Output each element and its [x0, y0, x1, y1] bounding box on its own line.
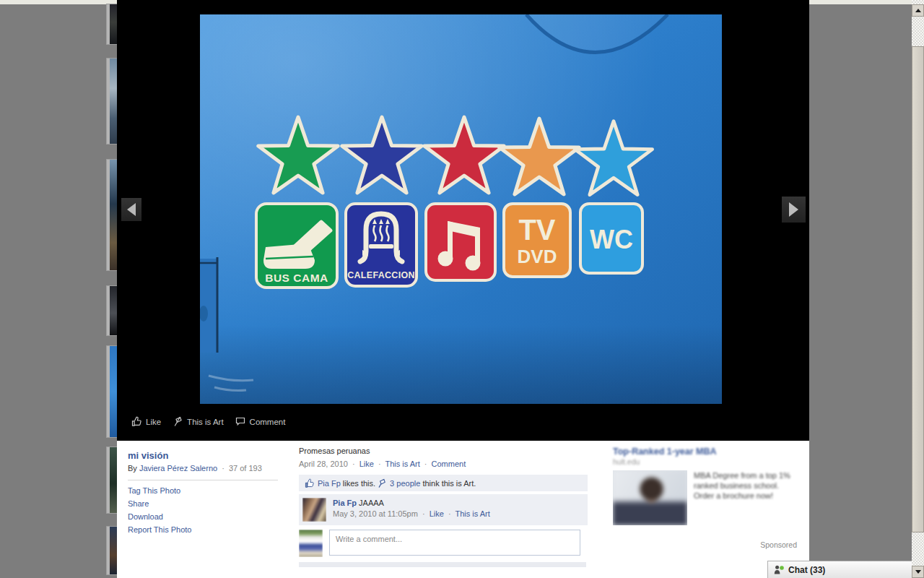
photo-date: April 28, 2010 [299, 460, 348, 468]
facebook-photo-page: BUS CAMA [0, 0, 924, 578]
photo-image[interactable]: BUS CAMA [200, 14, 722, 404]
comment-body: Pia Fp JAAAA May 3, 2010 at 11:05pm · Li… [333, 498, 490, 522]
badge-calefaccion-label: CALEFACCION [347, 270, 415, 280]
like-label: Like [146, 418, 161, 426]
panel-hinge [200, 257, 217, 353]
badge-calefaccion: CALEFACCION [346, 204, 417, 286]
separator-dot: · [422, 509, 425, 518]
art-count-link[interactable]: 3 people [390, 479, 420, 488]
arrow-left-icon [127, 203, 136, 216]
scroll-down-button[interactable] [912, 566, 924, 578]
comment-bubble-icon [235, 416, 246, 427]
album-info-column: mi visión By Javiera Pérez Salerno · 37 … [128, 450, 283, 539]
thumb-up-icon [305, 478, 315, 488]
photo-details-column: Promesas peruanas April 28, 2010 · Like … [299, 447, 588, 567]
comment-item: Pia Fp JAAAA May 3, 2010 at 11:05pm · Li… [299, 494, 588, 525]
ad-title-link[interactable]: Top-Ranked 1-year MBA [613, 447, 717, 457]
photo-viewer: BUS CAMA [117, 0, 809, 441]
photo-position: 37 of 193 [229, 464, 262, 473]
photo-links: Tag This Photo Share Download Report Thi… [128, 487, 283, 534]
like-button[interactable]: Like [131, 416, 161, 427]
feedback-summary: Pia Fp likes this. 3 people think this i… [299, 475, 588, 491]
art-flag-icon [377, 478, 387, 488]
comment-this-is-art-link[interactable]: This is Art [455, 509, 489, 518]
scrollbar-thumb[interactable] [912, 46, 924, 532]
comment-meta: May 3, 2010 at 11:05pm · Like · This is … [333, 509, 490, 519]
badge-tv-dvd: TV DVD [504, 204, 570, 277]
triangle-down-icon [915, 570, 921, 574]
badge-wc: WC [580, 204, 642, 273]
owner-link[interactable]: Javiera Pérez Salerno [139, 464, 217, 473]
ad-body-text: MBA Degree from a top 1% ranked business… [694, 470, 796, 525]
comment-composer [299, 530, 588, 557]
viewer-avatar [299, 530, 323, 557]
ad-image[interactable] [613, 470, 687, 525]
comment-like-link[interactable]: Like [430, 509, 444, 518]
chat-label: Chat (33) [788, 565, 825, 575]
comment-timestamp: May 3, 2010 at 11:05pm [333, 509, 418, 518]
meta-comment-link[interactable]: Comment [432, 460, 466, 468]
likes-suffix: likes this. [343, 479, 375, 488]
photo-action-bar: Like This is Art Comment [131, 416, 285, 427]
this-is-art-button[interactable]: This is Art [173, 416, 223, 427]
byline-prefix: By [128, 464, 137, 473]
ad-content: MBA Degree from a top 1% ranked business… [613, 470, 798, 525]
badge-music [426, 204, 495, 280]
download-link[interactable]: Download [128, 512, 163, 521]
page-scrollbar[interactable] [912, 0, 924, 578]
separator-dot: · [352, 460, 355, 468]
tag-this-photo-link[interactable]: Tag This Photo [128, 486, 180, 495]
arrow-right-icon [789, 202, 798, 217]
comment-section-footer [299, 562, 586, 567]
photo-info-panel: mi visión By Javiera Pérez Salerno · 37 … [117, 441, 809, 578]
photo-meta-line: April 28, 2010 · Like · This is Art · Co… [299, 460, 588, 468]
commenter-avatar[interactable] [302, 498, 326, 522]
art-suffix: think this is Art. [422, 479, 476, 488]
next-photo-button[interactable] [782, 197, 806, 223]
separator-dot: · [448, 509, 451, 518]
chat-person-icon [774, 565, 785, 574]
comment-text: JAAAA [359, 499, 384, 507]
report-this-photo-link[interactable]: Report This Photo [128, 525, 191, 534]
triangle-up-icon [915, 9, 921, 12]
comment-button[interactable]: Comment [235, 416, 286, 427]
meta-this-is-art-link[interactable]: This is Art [385, 460, 419, 468]
comment-label: Comment [250, 418, 286, 426]
separator-dot: · [222, 464, 225, 473]
liker-link[interactable]: Pia Fp [318, 479, 341, 488]
badge-bus-cama-label: BUS CAMA [265, 272, 328, 284]
scroll-up-button[interactable] [912, 4, 924, 17]
separator-dot: · [424, 460, 427, 468]
this-is-art-label: This is Art [187, 418, 223, 426]
thumb-up-icon [131, 416, 142, 427]
divider [128, 480, 278, 480]
badge-tv-label: TV [518, 214, 555, 246]
sponsored-ad: Top-Ranked 1-year MBA hult.edu MBA Degre… [613, 447, 798, 525]
ad-domain: hult.edu [613, 457, 798, 466]
badge-dvd-label: DVD [518, 246, 557, 267]
meta-like-link[interactable]: Like [359, 460, 374, 468]
photo-caption: Promesas peruanas [299, 447, 588, 455]
comment-author-link[interactable]: Pia Fp [333, 499, 357, 507]
badge-bus-cama: BUS CAMA [256, 204, 337, 288]
separator-dot: · [378, 460, 381, 468]
comment-input[interactable] [329, 530, 580, 556]
art-flag-icon [173, 416, 183, 427]
byline: By Javiera Pérez Salerno · 37 of 193 [128, 464, 283, 473]
sponsored-label: Sponsored [760, 540, 797, 549]
badge-wc-label: WC [590, 225, 633, 254]
previous-photo-button[interactable] [121, 198, 141, 221]
album-title[interactable]: mi visión [128, 450, 283, 461]
chat-bar[interactable]: Chat (33) [767, 561, 912, 578]
share-link[interactable]: Share [128, 499, 149, 508]
bus-sign-photo: BUS CAMA [200, 14, 722, 404]
